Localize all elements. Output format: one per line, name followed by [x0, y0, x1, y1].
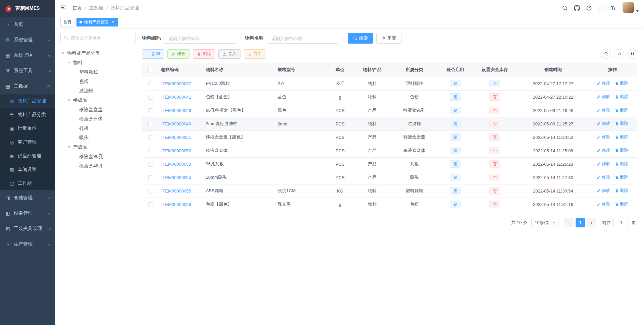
sidebar-subitem[interactable]: ▢ 工作站: [0, 176, 55, 190]
sidebar-item[interactable]: ⌂ 首页: [0, 17, 55, 32]
row-delete-link[interactable]: 删除: [615, 121, 628, 126]
tree-caret-icon[interactable]: [68, 99, 73, 101]
row-edit-link[interactable]: 修改: [597, 107, 610, 113]
row-checkbox[interactable]: [148, 135, 153, 140]
sidebar-item[interactable]: ◩ 工装夹具管理: [0, 221, 55, 236]
github-icon[interactable]: [571, 0, 583, 16]
export-button[interactable]: 导出: [244, 49, 266, 59]
tab-home[interactable]: 首页: [60, 18, 74, 26]
search-button[interactable]: 搜索: [348, 33, 373, 44]
reset-button[interactable]: 重置: [376, 33, 401, 44]
row-delete-link[interactable]: 删除: [615, 80, 628, 86]
breadcrumb-master-data[interactable]: 主数据: [89, 5, 103, 11]
row-edit-link[interactable]: 修改: [597, 80, 610, 86]
row-delete-link[interactable]: 删除: [615, 161, 628, 167]
tree-node[interactable]: 半成品: [60, 96, 136, 105]
sidebar-subitem[interactable]: ◉ 供应商管理: [0, 149, 55, 163]
row-checkbox[interactable]: [148, 95, 153, 100]
row-edit-link[interactable]: 修改: [597, 174, 610, 180]
tree-node[interactable]: 塑料颗粒: [60, 67, 136, 77]
tab-material-product-management[interactable]: 物料产品管理 ×: [76, 18, 118, 26]
row-edit-link[interactable]: 修改: [597, 134, 610, 140]
row-edit-link[interactable]: 修改: [597, 148, 610, 153]
prev-page-button[interactable]: ‹: [564, 218, 574, 227]
sidebar-item[interactable]: ◧ 设备管理: [0, 206, 55, 221]
row-edit-link[interactable]: 修改: [597, 201, 610, 207]
row-delete-link[interactable]: 删除: [615, 134, 628, 140]
material-code-link[interactable]: ITEM00000046: [161, 108, 191, 113]
row-delete-link[interactable]: 删除: [615, 201, 628, 207]
add-button[interactable]: 新增: [142, 49, 164, 59]
material-code-input[interactable]: [164, 33, 236, 44]
fullscreen-icon[interactable]: [595, 0, 607, 16]
material-code-link[interactable]: ITEM00000041: [161, 95, 191, 100]
goto-page-input[interactable]: [613, 218, 629, 227]
row-delete-link[interactable]: 删除: [615, 94, 628, 100]
material-code-link[interactable]: ITEM00000053: [161, 162, 191, 167]
user-avatar[interactable]: [623, 2, 634, 13]
row-edit-link[interactable]: 修改: [597, 161, 610, 167]
row-checkbox[interactable]: [148, 202, 153, 207]
search-icon[interactable]: [559, 0, 571, 16]
material-code-link[interactable]: ITEM00000055: [161, 188, 191, 194]
tree-node[interactable]: 吸头: [60, 133, 136, 143]
sidebar-item[interactable]: ▦ 系统监控: [0, 48, 55, 63]
current-page-button[interactable]: 1: [576, 218, 585, 227]
hamburger-icon[interactable]: [60, 4, 68, 12]
material-code-link[interactable]: ITEM00000052: [161, 148, 191, 153]
sidebar-subitem[interactable]: ▧ 车间设置: [0, 163, 55, 176]
tree-node[interactable]: 移液盒盒盖: [60, 105, 136, 114]
sidebar-subitem[interactable]: ☰ 物料产品分类: [0, 108, 55, 121]
row-edit-link[interactable]: 修改: [597, 188, 610, 194]
tree-node[interactable]: 移液盒96孔: [60, 152, 136, 161]
tree-node[interactable]: 移液盒盒体: [60, 114, 136, 124]
refresh-icon-button[interactable]: [614, 49, 624, 59]
material-code-link[interactable]: ITEM00000049: [161, 121, 191, 126]
row-edit-link[interactable]: 修改: [597, 121, 610, 126]
sidebar-subitem[interactable]: ▥ 物料产品管理: [0, 94, 55, 108]
toggle-search-icon-button[interactable]: [601, 49, 611, 59]
row-delete-link[interactable]: 删除: [615, 148, 628, 153]
tree-node[interactable]: 移液盒48孔: [60, 161, 136, 171]
category-search-input[interactable]: [60, 33, 136, 43]
row-checkbox[interactable]: [148, 175, 153, 180]
row-checkbox[interactable]: [148, 162, 153, 167]
sidebar-item[interactable]: ◨ 仓储管理: [0, 190, 55, 206]
column-settings-icon-button[interactable]: [628, 49, 637, 59]
row-checkbox[interactable]: [148, 122, 153, 126]
select-all-checkbox[interactable]: [148, 68, 153, 72]
row-checkbox[interactable]: [148, 189, 153, 194]
material-code-link[interactable]: ITEM00000051: [161, 135, 191, 140]
tree-node[interactable]: 色粉: [60, 77, 136, 86]
row-checkbox[interactable]: [148, 82, 153, 86]
import-button[interactable]: 导入: [218, 49, 240, 59]
material-code-link[interactable]: ITEM00000054: [161, 175, 191, 180]
material-name-input[interactable]: [267, 33, 339, 44]
material-code-link[interactable]: ITEM00000056: [161, 202, 191, 207]
row-checkbox[interactable]: [148, 149, 153, 153]
tree-node[interactable]: 物料及产品分类: [60, 49, 136, 58]
delete-button[interactable]: 删除: [193, 49, 215, 59]
sidebar-subitem[interactable]: ▣ 计量单位: [0, 121, 55, 135]
row-checkbox[interactable]: [148, 108, 153, 113]
row-delete-link[interactable]: 删除: [615, 107, 628, 113]
breadcrumb-home[interactable]: 首页: [72, 5, 82, 11]
sidebar-item[interactable]: ◑ 生产管理: [0, 236, 55, 252]
user-menu[interactable]: [623, 2, 639, 14]
sidebar-subitem[interactable]: ◎ 客户管理: [0, 135, 55, 149]
sidebar-item[interactable]: ⚙ 系统管理: [0, 32, 55, 48]
row-edit-link[interactable]: 修改: [597, 94, 610, 100]
next-page-button[interactable]: ›: [587, 218, 596, 227]
sidebar-item[interactable]: ⚒ 系统工具: [0, 63, 55, 78]
tree-node[interactable]: 产成品: [60, 143, 136, 152]
tree-caret-icon[interactable]: [68, 62, 73, 64]
tree-node[interactable]: 孔板: [60, 124, 136, 133]
tree-node[interactable]: 过滤棉: [60, 86, 136, 96]
tree-caret-icon[interactable]: [62, 52, 67, 54]
material-code-link[interactable]: ITEM00000037: [161, 81, 191, 86]
page-size-select[interactable]: 10条/页: [531, 218, 558, 227]
tree-node[interactable]: 物料: [60, 58, 136, 67]
row-delete-link[interactable]: 删除: [615, 174, 628, 180]
help-icon[interactable]: [583, 0, 595, 16]
font-size-icon[interactable]: [607, 0, 619, 16]
